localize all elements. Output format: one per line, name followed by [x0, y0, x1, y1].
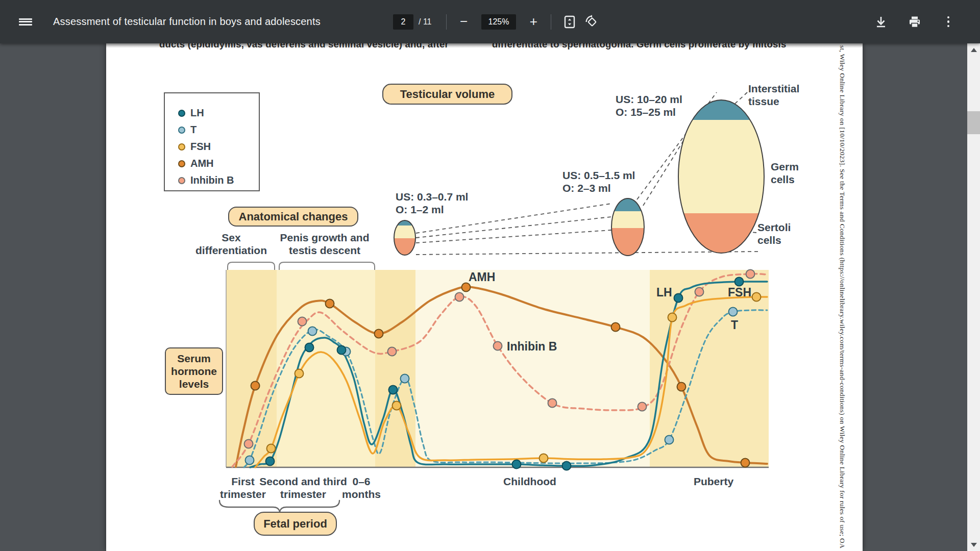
lh-legend-dot [178, 110, 185, 117]
marker-fsh [393, 402, 401, 410]
marker-amh [677, 383, 686, 391]
dashed-connector-line [416, 230, 611, 243]
marker-inhibin-b [494, 342, 502, 350]
legend-item: T [178, 121, 259, 138]
marker-fsh [540, 454, 548, 463]
volume-label-large: US: 10–20 mlO: 15–25 ml [616, 93, 682, 118]
dashed-connector-line [416, 217, 611, 238]
marker-fsh [668, 313, 677, 322]
marker-inhibin-b [548, 399, 557, 408]
interstitial-tissue-label: Interstitialtissue [748, 82, 799, 108]
marker-lh [389, 386, 398, 394]
sex-differentiation-label: Sexdifferentiation [190, 231, 272, 257]
toolbar-divider [446, 14, 447, 30]
marker-fsh [295, 369, 304, 378]
download-icon[interactable] [870, 11, 892, 33]
marker-amh [741, 459, 750, 467]
marker-t [401, 374, 409, 383]
marker-inhibin-b [244, 440, 253, 448]
fetal-period-brace [219, 500, 339, 512]
legend-item: AMH [178, 155, 259, 172]
x-label-0-6-months: 0–6months [326, 475, 397, 500]
x-label-puberty: Puberty [678, 475, 749, 488]
marker-lh [266, 457, 275, 466]
scroll-down-icon[interactable] [967, 538, 980, 551]
legend-item: LH [178, 105, 259, 121]
testicular-volume-title-box: Testicular volume [382, 84, 512, 105]
chart-band-second-and-third-trimester [277, 270, 375, 467]
marker-t [729, 308, 738, 316]
serum-hormone-levels-box: Serum hormone levels [165, 347, 223, 395]
fetal-period-box: Fetal period [254, 512, 337, 536]
dashed-connector-line [416, 252, 760, 255]
fsh-legend-dot [178, 143, 185, 151]
marker-fsh [752, 293, 761, 302]
marker-lh [735, 278, 744, 286]
legend-item: FSH [178, 138, 259, 155]
marker-fsh [267, 444, 276, 453]
zoom-out-button[interactable]: − [454, 12, 474, 32]
penis-growth-label: Penis growth andtestis descent [279, 231, 371, 257]
marker-inhibin-b [695, 288, 704, 296]
document-title: Assessment of testicular function in boy… [53, 16, 321, 28]
marker-t [246, 456, 254, 465]
pdf-toolbar: Assessment of testicular function in boy… [0, 0, 980, 43]
curve-label-inhibin-b: Inhibin B [507, 340, 557, 353]
volume-label-medium: US: 0.5–1.5 mlO: 2–3 ml [562, 169, 635, 194]
legend-box: LH T FSH AMH Inhibin B [164, 92, 260, 191]
print-icon[interactable] [903, 11, 926, 33]
marker-amh [462, 283, 471, 292]
rotate-icon[interactable] [581, 11, 603, 33]
amh-legend-dot [178, 160, 185, 167]
t-legend-dot [178, 127, 185, 134]
sertoli-cells-label: Sertolicells [757, 221, 791, 246]
fit-to-page-icon[interactable] [558, 11, 581, 33]
curve-label-fsh: FSH [728, 286, 751, 299]
menu-icon[interactable] [14, 11, 37, 33]
zoom-in-button[interactable]: + [523, 12, 544, 32]
marker-inhibin-b [746, 270, 755, 279]
x-label-childhood: Childhood [494, 475, 566, 488]
page-number-input[interactable]: 2 [393, 14, 413, 30]
curve-label-lh: LH [656, 286, 672, 299]
testis-cross-section-2 [611, 198, 644, 256]
marker-amh [251, 382, 260, 390]
marker-lh [512, 460, 521, 469]
page-count-label: / 11 [419, 17, 432, 27]
marker-inhibin-b [638, 403, 647, 411]
marker-inhibin-b [388, 347, 397, 356]
testis-cross-section-1 [394, 220, 415, 255]
scrollbar-thumb[interactable] [967, 111, 980, 134]
volume-label-small: US: 0.3–0.7 mlO: 1–2 ml [396, 190, 468, 216]
anatomical-changes-title-box: Anatomical changes [228, 207, 358, 227]
pdf-page: ducts (epididymis, vas deferens and semi… [106, 43, 863, 551]
marker-inhibin-b [298, 317, 307, 326]
chart-band-childhood [415, 270, 650, 467]
marker-amh [375, 330, 383, 338]
vertical-scrollbar[interactable] [967, 43, 980, 551]
toolbar-divider [551, 14, 551, 30]
marker-lh [305, 343, 314, 352]
germ-cells-label: Germcells [771, 160, 799, 186]
curve-label-t: T [731, 318, 738, 332]
legend-item: Inhibin B [178, 172, 259, 189]
marker-amh [326, 299, 334, 308]
marker-lh [337, 346, 346, 355]
marker-lh [674, 294, 683, 303]
more-options-icon[interactable] [937, 11, 960, 33]
period-bracket-2 [279, 262, 375, 270]
curve-label-amh: AMH [469, 270, 495, 284]
testis-cross-section-3 [678, 100, 764, 253]
inhibinb-legend-dot [178, 177, 185, 184]
period-bracket-1 [228, 262, 275, 270]
marker-inhibin-b [455, 293, 464, 302]
pdf-content-area: ducts (epididymis, vas deferens and semi… [0, 43, 980, 551]
zoom-level-display: 125% [481, 14, 517, 30]
marker-amh [611, 323, 620, 332]
marker-lh [562, 462, 571, 470]
scroll-up-icon[interactable] [967, 43, 980, 56]
marker-t [308, 327, 317, 336]
marker-t [665, 436, 674, 444]
